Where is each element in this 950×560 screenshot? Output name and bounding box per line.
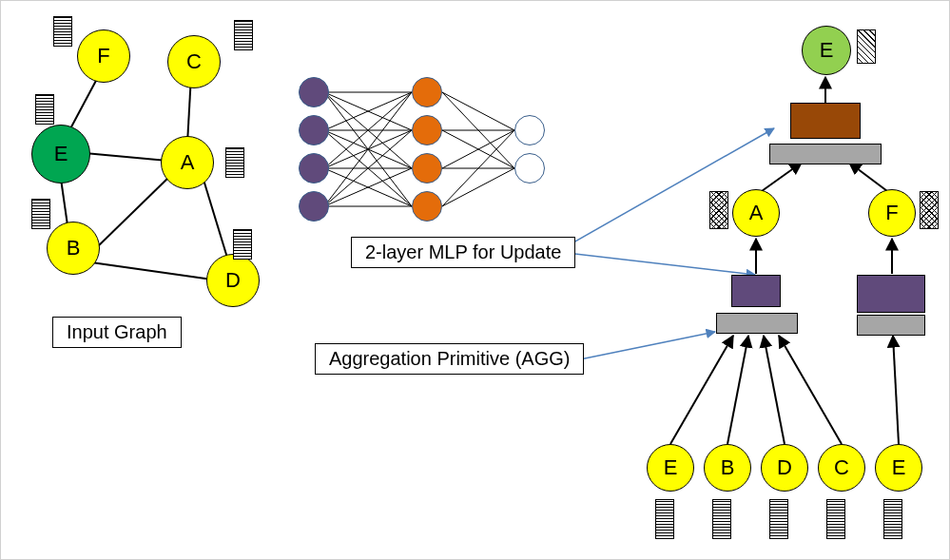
tree-leaf-E-label: E [664,455,678,480]
feature-vec-icon [35,94,54,125]
update-box-A [731,275,781,307]
svg-line-10 [324,92,412,206]
input-graph-caption-text: Input Graph [67,321,167,342]
feature-vec-icon [655,499,674,539]
feature-vec-icon [857,29,876,64]
tree-leaf-C: C [818,444,865,492]
node-A: A [161,136,214,189]
svg-line-13 [324,130,412,168]
feature-vec-icon [920,191,939,229]
feature-vec-icon [233,229,252,260]
tree-top-E-label: E [820,38,834,63]
svg-line-32 [567,253,755,275]
svg-line-41 [762,163,802,191]
connector-lines [1,1,950,560]
update-box-top [790,103,861,139]
feature-vec-icon [883,499,902,539]
svg-line-5 [91,262,212,280]
svg-line-26 [442,130,514,168]
mlp-caption: 2-layer MLP for Update [351,237,575,268]
svg-line-33 [580,332,715,359]
svg-line-38 [893,336,899,444]
svg-line-42 [849,163,887,191]
feature-vec-icon [826,499,845,539]
svg-line-27 [442,130,514,168]
mlp-l1-n1 [299,77,329,107]
mlp-l2-n4 [412,191,442,222]
mlp-l3-n1 [514,115,545,145]
svg-line-37 [779,336,842,444]
tree-mid-A: A [732,189,780,237]
svg-line-15 [324,92,412,168]
tree-top-E: E [802,26,851,75]
svg-line-8 [324,92,412,130]
node-F-label: F [97,44,109,68]
svg-line-21 [324,168,412,206]
mlp-l2-n3 [412,153,442,183]
feature-vec-icon [53,16,72,47]
feature-vec-icon [769,499,788,539]
tree-leaf-B-label: B [721,455,735,480]
update-box-F [857,275,925,313]
svg-line-4 [96,176,170,248]
svg-line-35 [727,336,748,444]
tree-leaf-D-label: D [777,455,792,480]
svg-line-34 [670,336,733,444]
tree-mid-F: F [868,189,916,237]
feature-vec-icon [225,147,244,178]
svg-line-30 [442,168,514,206]
svg-line-24 [442,92,514,168]
mlp-l1-n4 [299,191,329,222]
svg-line-29 [442,130,514,206]
node-C-label: C [186,49,202,74]
node-A-label: A [181,150,195,175]
mlp-l1-n3 [299,153,329,183]
node-B-label: B [67,236,81,261]
feature-vec-icon [234,20,253,50]
svg-line-23 [442,92,514,130]
agg-box-F [857,315,925,336]
node-E-label: E [54,142,68,166]
feature-vec-icon [712,499,731,539]
tree-mid-A-label: A [749,201,764,225]
node-B: B [47,222,100,275]
tree-leaf-E: E [647,444,694,492]
tree-leaf-E2: E [875,444,922,492]
mlp-l3-n2 [514,153,545,183]
tree-leaf-D: D [761,444,808,492]
tree-mid-F-label: F [885,201,898,225]
svg-line-3 [85,153,167,161]
node-E: E [31,125,90,183]
svg-line-6 [204,180,227,258]
svg-line-19 [324,92,412,206]
input-graph-caption: Input Graph [52,317,182,348]
tree-leaf-E2-label: E [892,455,906,480]
svg-line-9 [324,92,412,168]
svg-line-18 [324,168,412,206]
svg-line-36 [764,336,785,444]
agg-caption: Aggregation Primitive (AGG) [315,343,584,375]
node-C: C [167,35,221,88]
node-F: F [77,29,130,83]
mlp-l2-n1 [412,77,442,107]
mlp-caption-text: 2-layer MLP for Update [365,241,561,262]
agg-box-top [769,144,882,164]
node-D: D [206,254,260,307]
node-D-label: D [225,268,241,293]
tree-leaf-B: B [704,444,751,492]
agg-box-A [716,313,798,334]
tree-leaf-C-label: C [834,455,849,480]
svg-line-11 [324,92,412,130]
svg-line-14 [324,130,412,206]
feature-vec-icon [709,191,728,229]
svg-line-20 [324,130,412,206]
diagram-canvas: F C E A B D Input Graph 2-layer MLP for … [0,0,950,560]
svg-line-0 [68,77,98,134]
agg-caption-text: Aggregation Primitive (AGG) [329,348,570,369]
svg-line-16 [324,130,412,168]
mlp-l2-n2 [412,115,442,145]
feature-vec-icon [31,199,50,229]
mlp-l1-n2 [299,115,329,145]
